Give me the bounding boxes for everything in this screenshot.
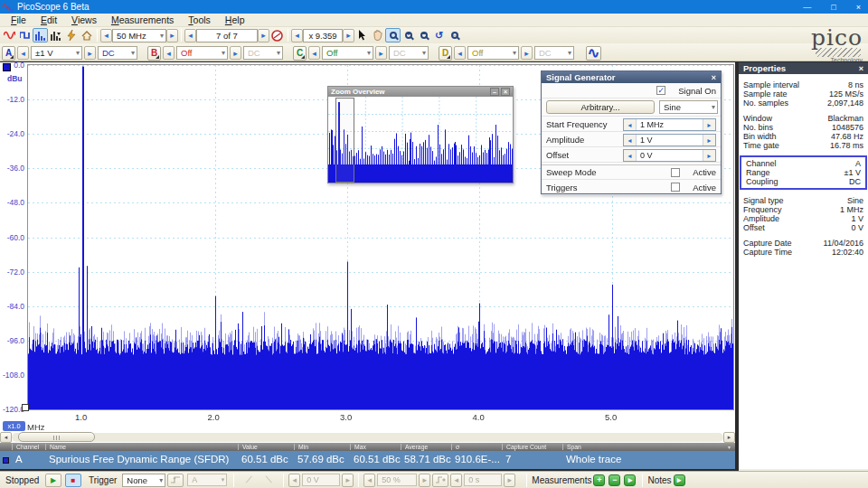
channel-b-coupling-select[interactable]: DC▾ xyxy=(243,46,283,60)
siggen-offset-spinner[interactable]: ◂0 V▸ xyxy=(623,149,716,162)
buffer-prev-button[interactable]: ◂ xyxy=(184,29,196,42)
arbitrary-button[interactable]: Arbitrary... xyxy=(546,100,655,114)
close-button[interactable]: × xyxy=(856,3,861,12)
persistence-view-icon[interactable] xyxy=(17,28,33,42)
rising-edge-icon[interactable]: ⟋ xyxy=(241,474,257,487)
channel-c-range-prev[interactable]: ◂ xyxy=(308,46,320,60)
zoom-overview-window[interactable]: Zoom Overview – × xyxy=(327,86,514,183)
scrollbar-thumb[interactable] xyxy=(18,432,95,442)
menu-edit[interactable]: Edit xyxy=(33,14,64,26)
channel-b-button[interactable]: B xyxy=(147,46,161,61)
buffer-overview-icon[interactable] xyxy=(269,28,285,42)
freq-range-prev-button[interactable]: ◂ xyxy=(100,29,112,42)
x-scale-badge[interactable]: x1.0 xyxy=(3,421,25,431)
start-capture-button[interactable]: ▶ xyxy=(45,474,61,487)
channel-d-coupling-select[interactable]: DC▾ xyxy=(534,46,574,60)
add-measurement-button[interactable]: + xyxy=(593,474,605,486)
probe-setup-icon[interactable] xyxy=(63,28,79,42)
sort-arrow-icon[interactable]: ▾ xyxy=(728,444,731,450)
channel-a-button[interactable]: A xyxy=(2,46,15,61)
undo-zoom-icon[interactable]: ↺ xyxy=(431,28,447,42)
trigger-level-down[interactable]: ◂ xyxy=(288,474,300,487)
siggen-start-frequency-spinner[interactable]: ◂1 MHz▸ xyxy=(623,118,716,131)
menu-views[interactable]: Views xyxy=(64,14,104,26)
awg-button[interactable]: ∿ xyxy=(586,46,601,61)
freq-range-select[interactable]: 50 MHz▾ xyxy=(112,29,166,42)
signal-on-checkbox[interactable]: ✓ xyxy=(656,86,665,95)
signal-generator-titlebar[interactable]: Signal Generator × xyxy=(542,71,721,83)
trigger-delay-icon[interactable] xyxy=(432,474,448,487)
hand-tool-icon[interactable] xyxy=(370,28,385,42)
channel-c-range-select[interactable]: Off▾ xyxy=(322,46,373,60)
menu-tools[interactable]: Tools xyxy=(181,14,218,26)
freq-range-next-button[interactable]: ▸ xyxy=(166,29,178,42)
scope-view-icon[interactable] xyxy=(2,28,17,42)
channel-a-range-next[interactable]: ▸ xyxy=(84,46,96,60)
channel-a-range-prev[interactable]: ◂ xyxy=(17,46,29,60)
measurement-row[interactable]: ASpurious Free Dynamic Range (SFDR)60.51… xyxy=(0,451,735,470)
zoom-out-tool-icon[interactable]: − xyxy=(416,28,431,42)
edit-measurement-button[interactable]: ▸ xyxy=(624,474,636,486)
measurements-header[interactable]: ChannelNameValueMinMaxAverageσCapture Co… xyxy=(0,443,735,451)
zoom-factor-field[interactable]: x 9.359 xyxy=(303,29,343,42)
notes-button[interactable]: ▸ xyxy=(674,474,685,486)
triggers-checkbox[interactable] xyxy=(671,183,680,192)
maximize-button[interactable]: □ xyxy=(831,3,835,12)
scroll-left-button[interactable]: ◂ xyxy=(0,432,12,443)
scrollbar-track[interactable] xyxy=(12,433,723,442)
delay-up[interactable]: ▸ xyxy=(504,474,515,487)
trigger-mode-select[interactable]: None▾ xyxy=(122,474,165,487)
signal-generator-panel[interactable]: Signal Generator × ✓ Signal On Arbitrary… xyxy=(541,70,722,194)
channel-c-button[interactable]: C xyxy=(293,46,307,61)
zoom-in-tool-icon[interactable]: + xyxy=(401,28,416,42)
spinner-down-icon[interactable]: ◂ xyxy=(624,119,636,130)
properties-titlebar[interactable]: Properties × xyxy=(739,62,868,74)
zoom-full-icon[interactable]: ⌂ xyxy=(447,28,462,42)
channel-b-range-prev[interactable]: ◂ xyxy=(163,46,175,60)
spinner-up-icon[interactable]: ▸ xyxy=(703,119,715,130)
remove-measurement-button[interactable]: − xyxy=(609,474,620,486)
menu-help[interactable]: Help xyxy=(218,14,252,26)
pre-trigger-down[interactable]: ◂ xyxy=(363,474,375,487)
zoom-overview-plot[interactable] xyxy=(328,97,513,183)
spectrum-persistence-icon[interactable] xyxy=(48,28,63,42)
marquee-zoom-tool-icon[interactable] xyxy=(385,28,401,42)
zoom-overview-titlebar[interactable]: Zoom Overview – × xyxy=(328,87,513,97)
pre-trigger-field[interactable]: 50 % xyxy=(377,474,417,486)
channel-b-range-next[interactable]: ▸ xyxy=(230,46,241,60)
spinner-up-icon[interactable]: ▸ xyxy=(703,150,715,161)
delay-field[interactable]: 0 s xyxy=(464,474,502,486)
channel-a-coupling-select[interactable]: DC▾ xyxy=(98,46,137,60)
pre-trigger-up[interactable]: ▸ xyxy=(419,474,430,487)
signal-generator-close-icon[interactable]: × xyxy=(712,73,716,82)
trigger-level-up[interactable]: ▸ xyxy=(342,474,354,487)
zoom-overview-close-icon[interactable]: × xyxy=(501,88,510,96)
channel-d-button[interactable]: D xyxy=(439,46,452,61)
spectrum-view-icon[interactable] xyxy=(33,28,48,42)
axis-offset-handle[interactable] xyxy=(22,404,29,411)
channel-d-range-prev[interactable]: ◂ xyxy=(454,46,466,60)
home-settings-icon[interactable] xyxy=(79,28,94,42)
channel-b-range-select[interactable]: Off▾ xyxy=(176,46,228,60)
pointer-tool-icon[interactable] xyxy=(354,28,370,42)
spinner-down-icon[interactable]: ◂ xyxy=(624,135,636,145)
channel-c-coupling-select[interactable]: DC▾ xyxy=(389,46,429,60)
zoom-overview-minimize-icon[interactable]: – xyxy=(490,88,499,96)
trigger-edge-icon[interactable] xyxy=(167,474,184,487)
channel-a-range-select[interactable]: ±1 V▾ xyxy=(31,46,82,60)
channel-d-range-next[interactable]: ▸ xyxy=(521,46,533,60)
buffer-next-button[interactable]: ▸ xyxy=(258,29,269,42)
buffer-position-field[interactable]: 7 of 7 xyxy=(196,29,258,42)
minimize-button[interactable]: — xyxy=(803,3,811,12)
scroll-right-button[interactable]: ▸ xyxy=(723,432,735,443)
zoom-factor-up-button[interactable]: ▸ xyxy=(343,29,354,42)
channel-d-range-select[interactable]: Off▾ xyxy=(467,46,519,60)
delay-down[interactable]: ◂ xyxy=(450,474,462,487)
menu-measurements[interactable]: Measurements xyxy=(104,14,181,26)
stop-capture-button[interactable]: ■ xyxy=(65,474,81,487)
wave-type-select[interactable]: Sine▾ xyxy=(659,100,718,114)
trigger-source-select[interactable]: A▾ xyxy=(187,474,227,486)
sweep-mode-checkbox[interactable] xyxy=(671,168,680,177)
channel-c-range-next[interactable]: ▸ xyxy=(375,46,387,60)
trigger-level-field[interactable]: 0 V xyxy=(302,474,340,486)
